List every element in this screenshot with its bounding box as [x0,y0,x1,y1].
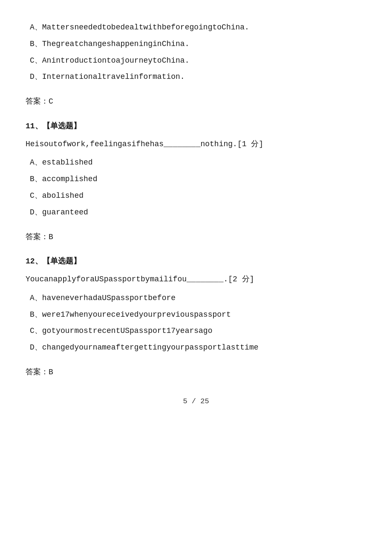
q11-number: 11、 [26,122,43,130]
q11-option-a-text: established [42,158,93,167]
q11-option-a: A、established [26,156,366,169]
q12-option-a-label: A、 [30,294,42,302]
q11-answer-section: 答案：B [26,231,366,243]
q12-option-d: D、changedyournameaftergettingyourpasspor… [26,341,366,354]
q10-option-a-text: MattersneededtobedealtwithbeforegoingtoC… [42,23,249,32]
q12-option-c: C、gotyourmostrecentUSpassport17yearsago [26,325,366,337]
q12-answer-section: 答案：B [26,366,366,379]
q10-option-c: C、AnintroductiontoajourneytoChina. [26,55,366,67]
q12-number: 12、 [26,257,43,266]
q11-option-b-text: accomplished [42,175,98,183]
q12-option-b-label: B、 [30,310,42,319]
page-number: 5 / 25 [183,397,209,405]
q10-option-d: D、Internationaltravelinformation. [26,71,366,83]
q12-option-b-text: were17whenyoureceivedyourpreviouspasspor… [42,310,231,319]
q11-option-c: C、abolished [26,190,366,202]
q10-option-b-label: B、 [30,40,42,48]
q12-answer: 答案：B [26,366,366,379]
q11-option-b-label: B、 [30,175,42,183]
q12-header: 12、【单选题】 [26,255,366,268]
q10-answer-prefix: 答案： [26,97,49,105]
q10-answer: 答案：C [26,95,366,108]
q11-option-d: D、guaranteed [26,206,366,219]
q10-option-a-label: A、 [30,23,42,32]
q11-option-c-text: abolished [42,191,84,200]
q12-option-a-text: haveneverhadaUSpassportbefore [42,294,176,302]
q11-answer-value: B [49,233,53,241]
q12-option-c-label: C、 [30,327,42,335]
q12-option-a: A、haveneverhadaUSpassportbefore [26,292,366,304]
q10-answer-value: C [49,97,53,106]
q12-option-c-text: gotyourmostrecentUSpassport17yearsago [42,327,213,335]
q12-text: YoucanapplyforaUSpassportbymailifou_____… [26,273,366,286]
q11-text: Heisoutofwork,feelingasifhehas________no… [26,138,366,151]
q11-answer-prefix: 答案： [26,232,49,241]
q10-option-d-label: D、 [30,72,42,81]
page-footer: 5 / 25 [26,396,366,407]
q12-answer-prefix: 答案： [26,367,49,376]
q12-answer-value: B [49,368,53,376]
q12-section: 12、【单选题】 YoucanapplyforaUSpassportbymail… [26,255,366,354]
q10-options-section: A、Mattersneededtobedealtwithbeforegoingt… [26,21,366,83]
q12-option-d-text: changedyournameaftergettingyourpassportl… [42,343,259,352]
q12-option-d-label: D、 [30,343,42,352]
q11-option-d-label: D、 [30,208,42,217]
q11-option-c-label: C、 [30,191,42,200]
q11-option-d-text: guaranteed [42,208,88,217]
q10-option-c-label: C、 [30,56,42,65]
q11-header: 11、【单选题】 [26,120,366,133]
q12-type: 【单选题】 [43,257,81,265]
q10-option-d-text: Internationaltravelinformation. [42,72,185,81]
q12-option-b: B、were17whenyoureceivedyourpreviouspassp… [26,309,366,321]
q11-option-a-label: A、 [30,158,42,167]
q11-section: 11、【单选题】 Heisoutofwork,feelingasifhehas_… [26,120,366,219]
q11-option-b: B、accomplished [26,173,366,185]
q10-option-c-text: AnintroductiontoajourneytoChina. [42,56,190,65]
q10-answer-section: 答案：C [26,95,366,108]
q10-option-b-text: ThegreatchangeshappeninginChina. [42,40,190,48]
q10-option-a: A、Mattersneededtobedealtwithbeforegoingt… [26,21,366,34]
q10-option-b: B、ThegreatchangeshappeninginChina. [26,38,366,50]
q11-type: 【单选题】 [43,121,81,130]
q11-answer: 答案：B [26,231,366,243]
